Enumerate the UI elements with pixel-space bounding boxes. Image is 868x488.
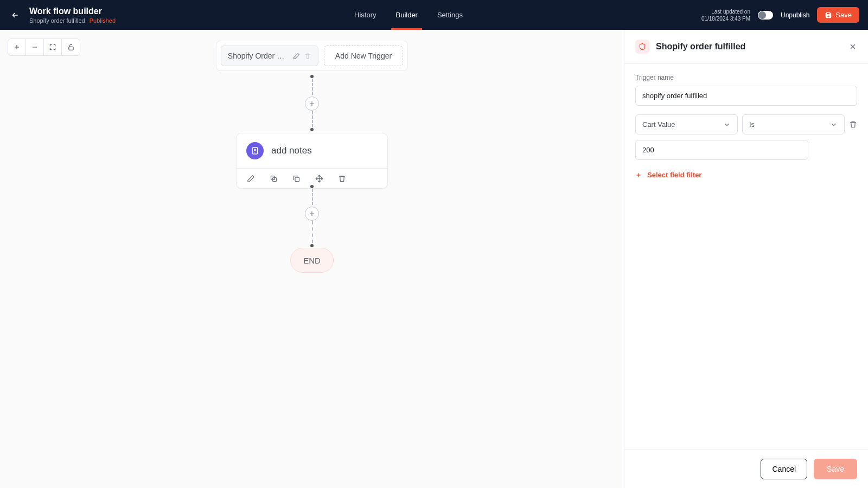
- plus-icon: [308, 100, 316, 107]
- chevron-down-icon: [830, 121, 838, 129]
- edit-icon[interactable]: [293, 53, 300, 60]
- duplicate-action-button[interactable]: [292, 174, 301, 183]
- panel-save-button[interactable]: Save: [814, 459, 857, 479]
- filter-value-input[interactable]: [635, 140, 808, 160]
- end-node: END: [290, 248, 334, 273]
- trash-icon[interactable]: [304, 53, 311, 60]
- add-step-button[interactable]: [305, 207, 319, 221]
- chevron-down-icon: [723, 121, 731, 129]
- tab-builder[interactable]: Builder: [395, 0, 417, 30]
- edit-action-button[interactable]: [246, 174, 255, 183]
- workflow-name: Shopify order fulfilled: [29, 17, 85, 24]
- cancel-button[interactable]: Cancel: [761, 459, 807, 479]
- close-icon: [848, 42, 857, 51]
- filter-operator-select[interactable]: Is: [742, 114, 845, 134]
- trigger-name-label: Trigger name: [635, 74, 857, 81]
- notes-icon: [246, 142, 264, 159]
- copy-icon: [270, 175, 278, 183]
- trigger-details-panel: Shopify order fulfilled Trigger name Car…: [624, 30, 868, 488]
- tab-settings[interactable]: Settings: [437, 0, 463, 30]
- add-trigger-button[interactable]: Add New Trigger: [324, 46, 403, 66]
- move-icon: [315, 175, 323, 183]
- trigger-node[interactable]: Shopify Order F…: [221, 46, 318, 66]
- app-header: Work flow builder Shopify order fulfille…: [0, 0, 868, 30]
- back-button[interactable]: [9, 9, 22, 22]
- publish-toggle[interactable]: [758, 11, 773, 20]
- delete-filter-button[interactable]: [849, 120, 857, 129]
- page-title: Work flow builder: [29, 6, 116, 16]
- move-action-button[interactable]: [315, 174, 323, 183]
- plus-icon: [308, 210, 316, 217]
- unpublish-label: Unpublish: [781, 11, 809, 19]
- action-node[interactable]: add notes: [236, 133, 388, 189]
- svg-rect-4: [295, 177, 299, 182]
- arrow-left-icon: [11, 11, 20, 20]
- trash-icon: [338, 175, 346, 183]
- workflow-canvas[interactable]: Shopify Order F… Add New Trigger add not…: [0, 30, 624, 488]
- shopify-icon: [635, 40, 649, 54]
- save-button[interactable]: Save: [817, 7, 859, 23]
- action-node-title: add notes: [271, 145, 312, 156]
- last-updated: Last updated on 01/18/2024 3:43 PM: [701, 8, 750, 22]
- plus-icon: [635, 172, 642, 178]
- trigger-node-label: Shopify Order F…: [228, 52, 288, 60]
- publish-status-badge: Published: [90, 17, 116, 24]
- copy-action-button[interactable]: [269, 174, 278, 183]
- delete-action-button[interactable]: [337, 174, 346, 183]
- trigger-name-input[interactable]: [635, 86, 857, 106]
- filter-field-select[interactable]: Cart Value: [635, 114, 738, 134]
- trash-icon: [849, 120, 857, 129]
- add-step-button[interactable]: [305, 97, 319, 111]
- trigger-container: Shopify Order F… Add New Trigger: [216, 41, 408, 71]
- save-icon: [825, 11, 832, 19]
- duplicate-icon: [292, 175, 301, 183]
- add-filter-button[interactable]: Select field filter: [635, 171, 857, 179]
- panel-title: Shopify order fulfilled: [656, 42, 842, 52]
- close-panel-button[interactable]: [848, 42, 857, 51]
- tab-history[interactable]: History: [354, 0, 376, 30]
- edit-icon: [247, 175, 255, 183]
